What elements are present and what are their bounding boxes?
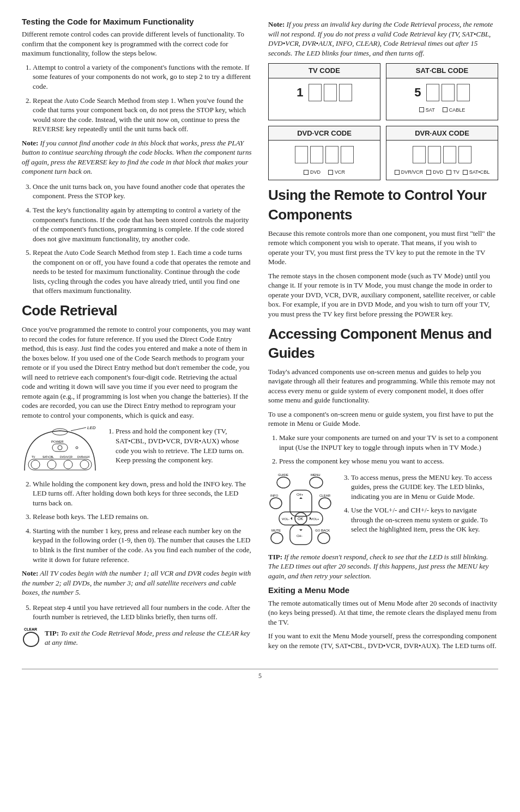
svg-point-16	[270, 498, 282, 509]
svg-line-1	[71, 428, 86, 431]
note-text: If you cannot find another code in this …	[22, 139, 251, 176]
dvdvcr-code-title: DVD·VCR CODE	[269, 126, 380, 141]
satcbl-label: SAT•CBL	[43, 455, 54, 459]
testing-list-a: Attempt to control a variety of the comp…	[22, 63, 252, 134]
para-access-2: To use a component's on-screen menu or g…	[268, 410, 498, 429]
vcr-label: VCR	[335, 169, 345, 175]
list-item: Repeat step 4 until you have retrieved a…	[33, 603, 252, 622]
list-item: Test the key's functionality again by at…	[33, 205, 252, 243]
para-using-2: The remote stays in the chosen component…	[268, 271, 498, 319]
tv-code-lead: 1	[297, 84, 303, 101]
list-item: While holding the component key down, pr…	[33, 479, 252, 508]
testing-list-b: Once the unit turns back on, you have fo…	[22, 182, 252, 296]
clear-button-illustration: CLEAR	[22, 626, 40, 648]
svg-point-12	[277, 477, 290, 488]
svg-point-29	[318, 533, 330, 544]
list-item: Once the unit turns back on, you have fo…	[33, 182, 252, 201]
dvrvcr-label: DVR/VCR	[401, 169, 424, 175]
note-testing: Note: If you cannot find another code in…	[22, 138, 252, 176]
tv-label: TV	[32, 455, 35, 459]
svg-point-0	[52, 429, 68, 435]
list-item: Press the component key whose menu you w…	[279, 456, 498, 466]
tip-text: If the remote doesn't respond, check to …	[268, 553, 489, 580]
svg-point-7	[47, 460, 56, 469]
tip-label: TIP:	[268, 553, 282, 561]
svg-text:VOL-: VOL-	[282, 517, 289, 521]
code-list-rest: While holding the component key down, pr…	[22, 479, 252, 564]
note-label: Note:	[22, 569, 38, 577]
list-item: Release both keys. The LED remains on.	[33, 512, 252, 522]
svg-text:CH-: CH-	[297, 534, 303, 538]
note-top-right: Note: If you press an invalid key during…	[268, 20, 498, 58]
footer-rule	[22, 669, 498, 669]
svg-point-14	[310, 477, 323, 488]
svg-point-6	[31, 460, 40, 469]
para-using-1: Because this remote controls more than o…	[268, 229, 498, 267]
dvd-label: DVD	[310, 169, 321, 175]
svg-point-4	[76, 447, 78, 449]
svg-text:GUIDE: GUIDE	[278, 473, 288, 477]
remote-top-illustration: LED POWER TV SAT•CBL DVD•VCR DVR•AUX	[22, 424, 98, 473]
note-text: All TV codes begin with the number 1; al…	[22, 569, 251, 596]
heading-testing: Testing the Code for Maximum Functionali…	[22, 16, 252, 27]
tip-text: To exit the Code Retrieval Mode, press a…	[45, 629, 250, 647]
dvdvcr-label: DVD•VCR	[60, 455, 72, 459]
svg-point-9	[80, 460, 89, 469]
list-item: To access menus, press the MENU key. To …	[351, 473, 498, 502]
code-list-5: Repeat step 4 until you have retrieved a…	[22, 603, 252, 622]
para-access-1: Today's advanced components use on-scree…	[268, 367, 498, 405]
cable-label: CABLE	[449, 107, 465, 113]
svg-point-8	[64, 460, 72, 469]
svg-text:GO BACK: GO BACK	[315, 529, 330, 532]
list-item: Make sure your components are turned on …	[279, 433, 498, 452]
svg-point-3	[58, 445, 62, 450]
svg-text:CLEAR: CLEAR	[319, 494, 331, 497]
nav-pad-illustration: GUIDE MENU INFO CLEAR CH+ OK VOL- VOL+ M…	[268, 471, 334, 547]
sat-label: SAT	[426, 107, 435, 113]
svg-text:CH+: CH+	[297, 493, 304, 496]
list-item: Repeat the Auto Code Search Method from …	[33, 96, 252, 134]
note-text: If you press an invalid key during the C…	[268, 20, 493, 57]
tv-code-title: TV CODE	[269, 64, 380, 78]
para-exit-1: The remote automatically times out of Me…	[268, 599, 498, 627]
list-item: Use the VOL+/- and CH+/- keys to navigat…	[351, 505, 498, 534]
led-label: LED	[87, 425, 96, 430]
tv2-label: TV	[453, 169, 459, 175]
svg-text:INFO: INFO	[270, 494, 279, 497]
dvraux-code-title: DVR·AUX CODE	[386, 126, 498, 141]
list-item: Repeat the Auto Code Search Method from …	[33, 248, 252, 296]
page-number: 5	[22, 671, 498, 680]
svg-point-10	[23, 632, 39, 646]
svg-point-27	[271, 533, 283, 544]
para-exit-2: If you want to exit the Menu Mode yourse…	[268, 631, 498, 650]
access-list-34: To access menus, press the MENU key. To …	[340, 473, 498, 539]
satcbl-code-box: SAT·CBL CODE 5 SAT CABLE	[386, 63, 498, 120]
heading-code-retrieval: Code Retrieval	[22, 301, 252, 320]
power-label: POWER	[51, 440, 64, 443]
svg-text:MENU: MENU	[311, 473, 321, 477]
satcbl-code-lead: 5	[414, 84, 421, 101]
heading-using-remote: Using the Remote to Control Your Compone…	[268, 186, 498, 224]
svg-text:OK: OK	[298, 517, 303, 521]
satcbl-code-title: SAT·CBL CODE	[386, 64, 498, 78]
clear-label: CLEAR	[24, 627, 37, 631]
tip-label: TIP:	[45, 629, 59, 637]
list-item: Starting with the number 1 key, press an…	[33, 526, 252, 564]
tv-code-box: TV CODE 1	[268, 63, 380, 120]
note-code: Note: All TV codes begin with the number…	[22, 569, 252, 597]
satcbl2-label: SAT•CBL	[469, 169, 490, 175]
svg-point-18	[319, 498, 331, 509]
code-list-1: Press and hold the component key (TV, SA…	[105, 426, 252, 469]
tip-code: TIP: To exit the Code Retrieval Mode, pr…	[45, 628, 252, 648]
list-item: Press and hold the component key (TV, SA…	[116, 426, 252, 465]
dvraux-label: DVR•AUX	[77, 455, 90, 459]
note-label: Note:	[268, 20, 285, 28]
dvdvcr-code-box: DVD·VCR CODE DVD VCR	[268, 126, 380, 181]
para-code-intro: Once you've programmed the remote to con…	[22, 325, 252, 420]
access-list-12: Make sure your components are turned on …	[268, 433, 498, 466]
dvd2-label: DVD	[433, 169, 443, 175]
svg-text:MUTE: MUTE	[271, 529, 281, 532]
svg-rect-2	[52, 444, 68, 451]
note-label: Note:	[22, 139, 38, 147]
heading-exiting: Exiting a Menu Mode	[268, 585, 498, 596]
